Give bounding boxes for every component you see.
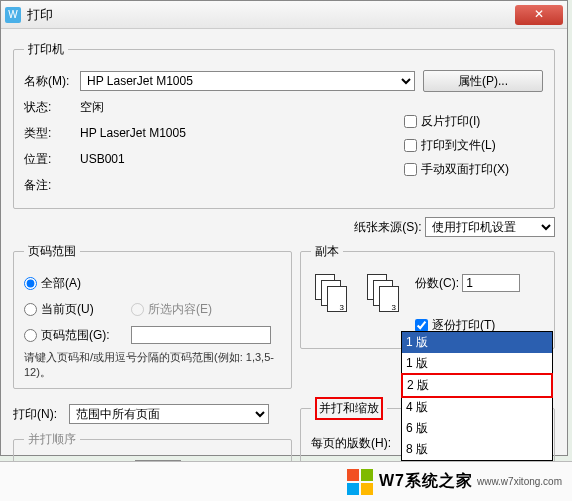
range-all-label: 全部(A) [41, 275, 81, 292]
titlebar: W 打印 ✕ [1, 1, 567, 29]
properties-button[interactable]: 属性(P)... [423, 70, 543, 92]
print-what-select[interactable]: 范围中所有页面 [69, 404, 269, 424]
brand-name: W7系统之家 [379, 471, 473, 492]
order-legend: 并打顺序 [24, 431, 80, 448]
dropdown-option[interactable]: 4 版 [402, 397, 552, 418]
pages-per-sheet-dropdown[interactable]: 1 版 1 版 2 版 4 版 6 版 8 版 [401, 331, 553, 461]
brand-url: www.w7xitong.com [477, 476, 562, 487]
range-hint: 请键入页码和/或用逗号分隔的页码范围(例如: 1,3,5-12)。 [24, 350, 281, 380]
range-pages-radio[interactable] [24, 329, 37, 342]
collate-diagram: 123 123 [315, 274, 407, 314]
zoom-legend: 并打和缩放 [311, 397, 387, 420]
range-selection-label: 所选内容(E) [148, 301, 212, 318]
window-title: 打印 [27, 6, 515, 24]
printer-legend: 打印机 [24, 41, 68, 58]
dropdown-option[interactable]: 2 版 [401, 373, 553, 398]
range-pages-label: 页码范围(G): [41, 327, 131, 344]
reverse-label: 反片打印(I) [421, 113, 480, 130]
watermark-bar: W7系统之家 www.w7xitong.com [0, 461, 572, 501]
app-icon: W [5, 7, 21, 23]
range-all-radio[interactable] [24, 277, 37, 290]
printer-name-select[interactable]: HP LaserJet M1005 [80, 71, 415, 91]
type-value: HP LaserJet M1005 [80, 126, 186, 140]
range-pages-input[interactable] [131, 326, 271, 344]
duplex-checkbox[interactable] [404, 163, 417, 176]
where-label: 位置: [24, 151, 80, 168]
duplex-label: 手动双面打印(X) [421, 161, 509, 178]
dropdown-option[interactable]: 6 版 [402, 418, 552, 439]
where-value: USB001 [80, 152, 125, 166]
printer-group: 打印机 名称(M): HP LaserJet M1005 属性(P)... 状态… [13, 41, 555, 209]
dropdown-selected[interactable]: 1 版 [402, 332, 552, 353]
name-label: 名称(M): [24, 73, 80, 90]
tofile-label: 打印到文件(L) [421, 137, 496, 154]
reverse-checkbox[interactable] [404, 115, 417, 128]
range-legend: 页码范围 [24, 243, 80, 260]
copies-legend: 副本 [311, 243, 343, 260]
tofile-checkbox[interactable] [404, 139, 417, 152]
comment-label: 备注: [24, 177, 80, 194]
windows-logo-icon [347, 469, 373, 495]
pages-per-sheet-label: 每页的版数(H): [311, 435, 406, 452]
copies-count-input[interactable] [462, 274, 520, 292]
type-label: 类型: [24, 125, 80, 142]
range-selection-radio [131, 303, 144, 316]
status-value: 空闲 [80, 99, 104, 116]
range-current-radio[interactable] [24, 303, 37, 316]
page-range-group: 页码范围 全部(A) 当前页(U) 所选内容(E) 页码范围(G): 请键入页码… [13, 243, 292, 389]
paper-source-select[interactable]: 使用打印机设置 [425, 217, 555, 237]
collate-checkbox[interactable] [415, 319, 428, 332]
copies-count-label: 份数(C): [415, 275, 459, 292]
range-current-label: 当前页(U) [41, 301, 131, 318]
close-button[interactable]: ✕ [515, 5, 563, 25]
print-what-label: 打印(N): [13, 406, 69, 423]
print-dialog: W 打印 ✕ 打印机 名称(M): HP LaserJet M1005 属性(P… [0, 0, 568, 456]
status-label: 状态: [24, 99, 80, 116]
dropdown-option[interactable]: 8 版 [402, 439, 552, 460]
dropdown-option[interactable]: 1 版 [402, 353, 552, 374]
paper-source-label: 纸张来源(S): [354, 219, 421, 236]
